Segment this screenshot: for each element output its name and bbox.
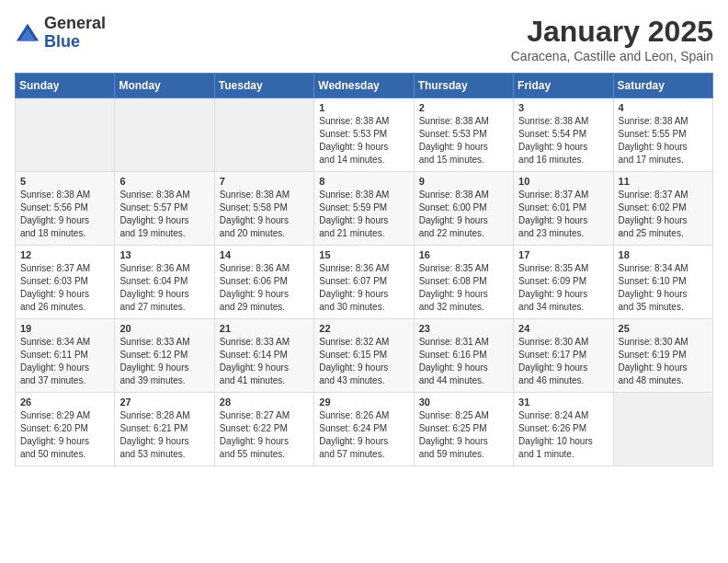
day-number: 16 xyxy=(419,249,508,260)
day-number: 18 xyxy=(619,249,708,260)
day-number: 27 xyxy=(119,396,209,408)
day-cell: 5Sunrise: 8:38 AM Sunset: 5:56 PM Daylig… xyxy=(16,172,115,246)
day-cell: 1Sunrise: 8:38 AM Sunset: 5:53 PM Daylig… xyxy=(314,98,414,172)
day-info: Sunrise: 8:38 AM Sunset: 5:55 PM Dayligh… xyxy=(619,115,708,167)
day-number: 26 xyxy=(20,396,109,408)
day-cell: 2Sunrise: 8:38 AM Sunset: 5:53 PM Daylig… xyxy=(414,98,513,172)
day-number: 15 xyxy=(319,249,408,260)
day-number: 31 xyxy=(518,396,608,408)
day-info: Sunrise: 8:38 AM Sunset: 5:58 PM Dayligh… xyxy=(220,189,309,240)
day-cell: 28Sunrise: 8:27 AM Sunset: 6:22 PM Dayli… xyxy=(214,393,313,466)
weekday-header-wednesday: Wednesday xyxy=(314,74,414,98)
day-cell: 30Sunrise: 8:25 AM Sunset: 6:25 PM Dayli… xyxy=(414,393,513,466)
day-info: Sunrise: 8:33 AM Sunset: 6:14 PM Dayligh… xyxy=(220,336,309,387)
week-row-2: 5Sunrise: 8:38 AM Sunset: 5:56 PM Daylig… xyxy=(16,172,713,246)
day-info: Sunrise: 8:34 AM Sunset: 6:11 PM Dayligh… xyxy=(20,336,109,387)
day-info: Sunrise: 8:37 AM Sunset: 6:02 PM Dayligh… xyxy=(619,189,708,240)
week-row-1: 1Sunrise: 8:38 AM Sunset: 5:53 PM Daylig… xyxy=(16,98,713,172)
day-number: 17 xyxy=(518,249,608,260)
week-row-5: 26Sunrise: 8:29 AM Sunset: 6:20 PM Dayli… xyxy=(16,393,713,466)
day-info: Sunrise: 8:30 AM Sunset: 6:19 PM Dayligh… xyxy=(619,336,708,387)
day-cell: 17Sunrise: 8:35 AM Sunset: 6:09 PM Dayli… xyxy=(514,246,613,319)
day-cell: 16Sunrise: 8:35 AM Sunset: 6:08 PM Dayli… xyxy=(414,246,513,319)
day-cell xyxy=(16,98,115,172)
day-number: 12 xyxy=(20,249,109,260)
page-header: General Blue January 2025 Caracena, Cast… xyxy=(15,15,713,63)
day-cell xyxy=(115,98,214,172)
weekday-header-thursday: Thursday xyxy=(414,74,513,98)
day-info: Sunrise: 8:36 AM Sunset: 6:04 PM Dayligh… xyxy=(119,262,209,314)
day-number: 6 xyxy=(119,176,209,187)
day-number: 11 xyxy=(619,176,708,187)
logo-blue-text: Blue xyxy=(44,33,106,52)
day-cell xyxy=(214,98,313,172)
weekday-header-monday: Monday xyxy=(115,74,214,98)
weekday-header-sunday: Sunday xyxy=(16,74,115,98)
day-number: 9 xyxy=(419,176,508,187)
day-info: Sunrise: 8:29 AM Sunset: 6:20 PM Dayligh… xyxy=(20,409,109,461)
week-row-3: 12Sunrise: 8:37 AM Sunset: 6:03 PM Dayli… xyxy=(16,246,713,319)
day-info: Sunrise: 8:38 AM Sunset: 5:53 PM Dayligh… xyxy=(319,115,408,167)
day-info: Sunrise: 8:25 AM Sunset: 6:25 PM Dayligh… xyxy=(419,409,508,461)
location-title: Caracena, Castille and Leon, Spain xyxy=(511,49,713,63)
weekday-header-saturday: Saturday xyxy=(613,74,712,98)
day-cell: 24Sunrise: 8:30 AM Sunset: 6:17 PM Dayli… xyxy=(514,319,613,393)
day-info: Sunrise: 8:38 AM Sunset: 6:00 PM Dayligh… xyxy=(419,189,508,240)
day-cell: 3Sunrise: 8:38 AM Sunset: 5:54 PM Daylig… xyxy=(514,98,613,172)
day-number: 23 xyxy=(419,323,508,334)
logo: General Blue xyxy=(15,15,106,52)
day-info: Sunrise: 8:38 AM Sunset: 5:53 PM Dayligh… xyxy=(419,115,508,167)
day-cell: 23Sunrise: 8:31 AM Sunset: 6:16 PM Dayli… xyxy=(414,319,513,393)
day-number: 13 xyxy=(119,249,209,260)
day-number: 24 xyxy=(518,323,608,334)
day-number: 29 xyxy=(319,396,408,408)
day-number: 20 xyxy=(119,323,209,334)
day-cell: 12Sunrise: 8:37 AM Sunset: 6:03 PM Dayli… xyxy=(16,246,115,319)
day-number: 1 xyxy=(319,102,408,113)
day-info: Sunrise: 8:28 AM Sunset: 6:21 PM Dayligh… xyxy=(119,409,209,461)
day-info: Sunrise: 8:36 AM Sunset: 6:07 PM Dayligh… xyxy=(319,262,408,314)
day-info: Sunrise: 8:26 AM Sunset: 6:24 PM Dayligh… xyxy=(319,409,408,461)
day-cell: 20Sunrise: 8:33 AM Sunset: 6:12 PM Dayli… xyxy=(115,319,214,393)
logo-general-text: General xyxy=(44,15,106,33)
day-cell: 18Sunrise: 8:34 AM Sunset: 6:10 PM Dayli… xyxy=(613,246,712,319)
day-info: Sunrise: 8:27 AM Sunset: 6:22 PM Dayligh… xyxy=(220,409,309,461)
day-cell: 22Sunrise: 8:32 AM Sunset: 6:15 PM Dayli… xyxy=(314,319,414,393)
day-cell xyxy=(613,393,712,466)
weekday-header-friday: Friday xyxy=(514,74,613,98)
day-info: Sunrise: 8:38 AM Sunset: 5:56 PM Dayligh… xyxy=(20,189,109,240)
day-cell: 8Sunrise: 8:38 AM Sunset: 5:59 PM Daylig… xyxy=(314,172,414,246)
day-number: 10 xyxy=(518,176,608,187)
day-number: 5 xyxy=(20,176,109,187)
day-number: 14 xyxy=(220,249,309,260)
day-cell: 25Sunrise: 8:30 AM Sunset: 6:19 PM Dayli… xyxy=(613,319,712,393)
day-number: 25 xyxy=(619,323,708,334)
day-number: 28 xyxy=(220,396,309,408)
day-info: Sunrise: 8:35 AM Sunset: 6:09 PM Dayligh… xyxy=(518,262,608,314)
title-block: January 2025 Caracena, Castille and Leon… xyxy=(511,15,713,63)
month-title: January 2025 xyxy=(511,15,713,49)
day-info: Sunrise: 8:33 AM Sunset: 6:12 PM Dayligh… xyxy=(119,336,209,387)
day-cell: 29Sunrise: 8:26 AM Sunset: 6:24 PM Dayli… xyxy=(314,393,414,466)
day-info: Sunrise: 8:24 AM Sunset: 6:26 PM Dayligh… xyxy=(518,409,608,461)
day-info: Sunrise: 8:37 AM Sunset: 6:01 PM Dayligh… xyxy=(518,189,608,240)
day-cell: 26Sunrise: 8:29 AM Sunset: 6:20 PM Dayli… xyxy=(16,393,115,466)
day-info: Sunrise: 8:32 AM Sunset: 6:15 PM Dayligh… xyxy=(319,336,408,387)
day-number: 2 xyxy=(419,102,508,113)
day-info: Sunrise: 8:30 AM Sunset: 6:17 PM Dayligh… xyxy=(518,336,608,387)
day-cell: 11Sunrise: 8:37 AM Sunset: 6:02 PM Dayli… xyxy=(613,172,712,246)
day-info: Sunrise: 8:37 AM Sunset: 6:03 PM Dayligh… xyxy=(20,262,109,314)
day-info: Sunrise: 8:38 AM Sunset: 5:54 PM Dayligh… xyxy=(518,115,608,167)
day-number: 30 xyxy=(419,396,508,408)
day-info: Sunrise: 8:34 AM Sunset: 6:10 PM Dayligh… xyxy=(619,262,708,314)
day-info: Sunrise: 8:38 AM Sunset: 5:57 PM Dayligh… xyxy=(119,189,209,240)
day-number: 22 xyxy=(319,323,408,334)
day-cell: 21Sunrise: 8:33 AM Sunset: 6:14 PM Dayli… xyxy=(214,319,313,393)
day-cell: 31Sunrise: 8:24 AM Sunset: 6:26 PM Dayli… xyxy=(514,393,613,466)
day-info: Sunrise: 8:38 AM Sunset: 5:59 PM Dayligh… xyxy=(319,189,408,240)
weekday-header-tuesday: Tuesday xyxy=(214,74,313,98)
day-number: 19 xyxy=(20,323,109,334)
day-number: 7 xyxy=(220,176,309,187)
day-cell: 4Sunrise: 8:38 AM Sunset: 5:55 PM Daylig… xyxy=(613,98,712,172)
day-cell: 15Sunrise: 8:36 AM Sunset: 6:07 PM Dayli… xyxy=(314,246,414,319)
